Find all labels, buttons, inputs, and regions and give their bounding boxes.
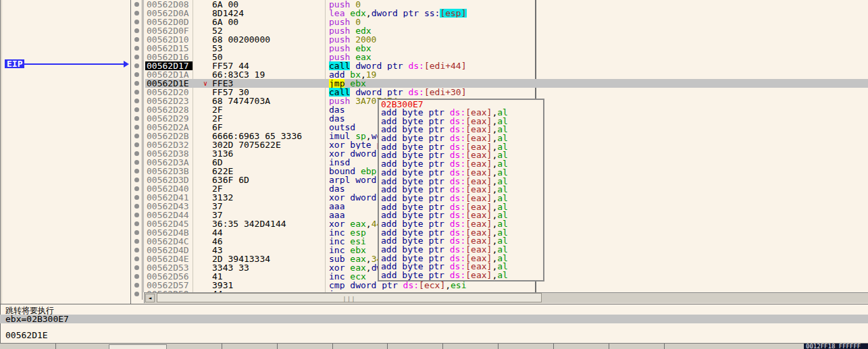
- breakpoint-dot[interactable]: [134, 134, 139, 138]
- comment-cell[interactable]: [535, 26, 868, 35]
- breakpoint-dot[interactable]: [134, 178, 139, 182]
- disasm-row[interactable]: 00562D1EFFE3∨jmp ebx: [145, 79, 868, 88]
- comment-cell[interactable]: [535, 53, 868, 61]
- breakpoint-dot[interactable]: [134, 99, 139, 103]
- breakpoint-dot[interactable]: [134, 28, 139, 33]
- comment-cell[interactable]: [535, 70, 868, 79]
- instruction-cell[interactable]: add bx,19: [325, 70, 535, 79]
- comment-cell[interactable]: [535, 132, 868, 140]
- instruction-token: dword: [350, 149, 376, 158]
- instruction-cell[interactable]: push ebx: [325, 44, 535, 53]
- comment-cell[interactable]: [535, 263, 868, 272]
- info-line-register-value[interactable]: ebx=02B300E7: [0, 315, 868, 323]
- disasm-row[interactable]: 00562D0D6A 00push 0: [145, 18, 868, 26]
- breakpoint-dot[interactable]: [134, 125, 139, 130]
- comment-cell[interactable]: [535, 97, 868, 105]
- breakpoint-dot[interactable]: [134, 160, 139, 165]
- instruction-cell[interactable]: push 2000: [325, 35, 535, 44]
- instruction-token: ebx: [350, 246, 365, 254]
- stack-selected-row-edge[interactable]: 0012FF18 FFFFFF: [804, 344, 868, 349]
- comment-cell[interactable]: [535, 281, 868, 290]
- comment-cell[interactable]: [535, 18, 868, 26]
- comment-cell[interactable]: [535, 211, 868, 219]
- scroll-left-button[interactable]: ◄: [145, 294, 155, 302]
- comment-cell[interactable]: [535, 158, 868, 167]
- comment-cell[interactable]: [535, 9, 868, 18]
- breakpoint-dot[interactable]: [134, 230, 139, 235]
- breakpoint-dot[interactable]: [134, 213, 139, 217]
- command-box-edge[interactable]: [109, 344, 167, 349]
- disasm-row[interactable]: 00562D1553push ebx: [145, 44, 868, 53]
- comment-cell[interactable]: [535, 193, 868, 202]
- instruction-cell[interactable]: jmp ebx: [325, 79, 535, 88]
- breakpoint-dot[interactable]: [134, 239, 139, 244]
- instruction-cell[interactable]: call dword ptr ds:[edi+44]: [325, 61, 535, 70]
- comment-cell[interactable]: [535, 44, 868, 53]
- instruction-cell[interactable]: cmp dword ptr ds:[ecx],esi: [325, 281, 535, 290]
- breakpoint-dot[interactable]: [134, 107, 139, 112]
- breakpoint-dot[interactable]: [134, 283, 139, 288]
- comment-cell[interactable]: [535, 254, 868, 263]
- comment-cell[interactable]: [535, 272, 868, 281]
- breakpoint-dot[interactable]: [134, 37, 139, 42]
- breakpoint-dot[interactable]: [134, 2, 139, 7]
- comment-cell[interactable]: [535, 123, 868, 132]
- breakpoint-dot[interactable]: [134, 204, 139, 209]
- breakpoint-dot[interactable]: [134, 63, 139, 68]
- breakpoint-dot[interactable]: [134, 55, 139, 59]
- comment-cell[interactable]: [535, 237, 868, 246]
- breakpoint-dot[interactable]: [134, 116, 139, 121]
- instruction-cell[interactable]: push eax: [325, 53, 535, 61]
- comment-cell[interactable]: [535, 184, 868, 193]
- comment-cell[interactable]: [535, 61, 868, 70]
- instruction-token: eax: [350, 263, 365, 272]
- instruction-token: sp: [355, 132, 366, 140]
- breakpoint-dot[interactable]: [134, 248, 139, 252]
- breakpoint-dot[interactable]: [134, 265, 139, 270]
- comment-cell[interactable]: [535, 219, 868, 228]
- breakpoint-dot[interactable]: [134, 186, 139, 191]
- breakpoint-dot[interactable]: [134, 72, 139, 77]
- disasm-row[interactable]: 00562D1650push eax: [145, 53, 868, 61]
- breakpoint-dot[interactable]: [134, 81, 139, 86]
- comment-cell[interactable]: [535, 114, 868, 123]
- breakpoint-dot[interactable]: [134, 169, 139, 173]
- disasm-row[interactable]: 00562D0A8D1424lea edx,dword ptr ss:[esp]: [145, 9, 868, 18]
- instruction-cell[interactable]: lea edx,dword ptr ss:[esp]: [325, 9, 535, 18]
- disasm-row[interactable]: 00562D1068 00200000push 2000: [145, 35, 868, 44]
- instruction-cell[interactable]: push edx: [325, 26, 535, 35]
- disasm-row[interactable]: 00562D1A66:83C3 19add bx,19: [145, 70, 868, 79]
- instruction-token: aaa: [329, 202, 344, 211]
- comment-cell[interactable]: [535, 79, 868, 88]
- comment-cell[interactable]: [535, 35, 868, 44]
- breakpoint-dot[interactable]: [134, 11, 139, 16]
- breakpoint-dot[interactable]: [134, 46, 139, 51]
- instruction-cell[interactable]: push 0: [325, 0, 535, 9]
- comment-cell[interactable]: [535, 88, 868, 97]
- breakpoint-dot[interactable]: [134, 20, 139, 24]
- breakpoint-dot[interactable]: [134, 257, 139, 261]
- comment-cell[interactable]: [535, 0, 868, 9]
- comment-cell[interactable]: [535, 228, 868, 237]
- comment-cell[interactable]: [535, 105, 868, 114]
- breakpoint-dot[interactable]: [134, 221, 139, 226]
- disasm-row[interactable]: 00562D086A 00push 0: [145, 0, 868, 9]
- horizontal-scrollbar[interactable]: ◄ |||: [144, 292, 868, 303]
- disasm-row[interactable]: 00562D573931cmp dword ptr ds:[ecx],esi: [145, 281, 868, 290]
- breakpoint-dot[interactable]: [134, 142, 139, 147]
- breakpoint-dot[interactable]: [134, 195, 139, 200]
- comment-cell[interactable]: [535, 202, 868, 211]
- comment-cell[interactable]: [535, 167, 868, 176]
- instruction-cell[interactable]: push 0: [325, 18, 535, 26]
- instruction-token: [350, 0, 355, 9]
- breakpoint-dot[interactable]: [134, 292, 139, 296]
- scrollbar-thumb[interactable]: |||: [157, 293, 542, 302]
- instruction-cell[interactable]: call dword ptr ds:[edi+30]: [325, 88, 535, 97]
- comment-cell[interactable]: [535, 246, 868, 254]
- breakpoint-dot[interactable]: [134, 90, 139, 95]
- breakpoint-dot[interactable]: [134, 151, 139, 156]
- comment-cell[interactable]: [535, 176, 868, 184]
- comment-cell[interactable]: [535, 140, 868, 149]
- breakpoint-dot[interactable]: [134, 274, 139, 279]
- comment-cell[interactable]: [535, 149, 868, 158]
